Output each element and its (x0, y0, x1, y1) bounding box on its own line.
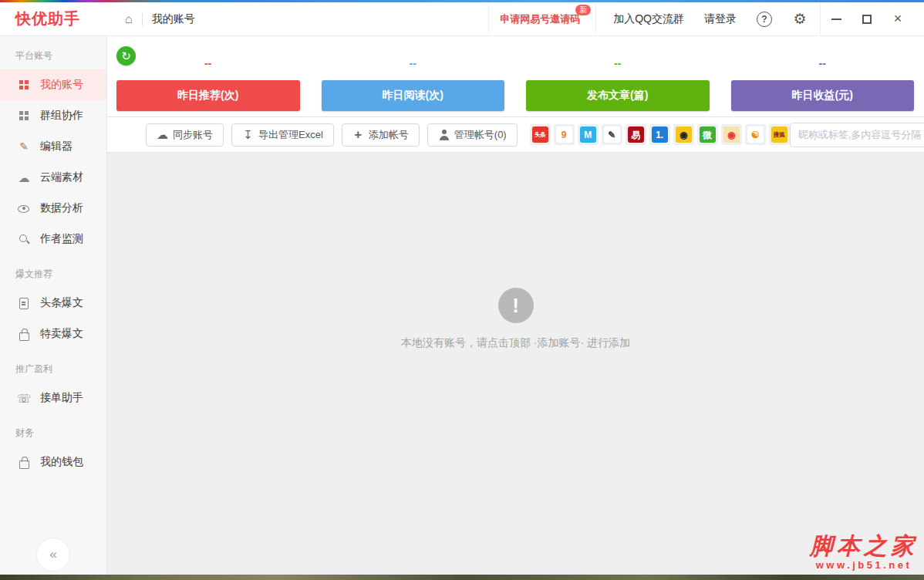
gear-icon[interactable]: ⚙ (792, 12, 808, 27)
stat-button-published[interactable]: 发布文章(篇) (526, 80, 710, 111)
document-icon (18, 297, 30, 309)
button-label: 同步账号 (173, 128, 213, 142)
sohu-icon: 搜狐 (771, 126, 787, 143)
phone-icon (18, 392, 30, 404)
wechat-icon: 微 (700, 126, 716, 143)
sidebar-section-platform-accounts: 平台账号 (0, 36, 106, 69)
sidebar-section-promotion: 推广盈利 (0, 349, 106, 383)
platform-netease[interactable]: 易 (626, 124, 646, 145)
platform-filter-strip: 头条 9 M ✎ 易 1. ◉ 微 ◉ ☯ 搜狐 (530, 124, 790, 145)
search-input[interactable] (798, 129, 924, 140)
sidebar-collapse-button[interactable]: « (36, 538, 70, 572)
sidebar-item-label: 编辑器 (40, 140, 73, 153)
platform-editor[interactable]: ✎ (602, 124, 622, 145)
main-content: ↻ -- 昨日推荐(次) -- 昨日阅读(次) -- 发布文章(篇) (107, 36, 924, 575)
manage-accounts-button[interactable]: 管理帐号(0) (427, 123, 518, 147)
platform-toutiao[interactable]: 头条 (530, 124, 551, 145)
empty-state: 本地没有账号，请点击顶部 ·添加账号· 进行添加 (107, 153, 924, 575)
sync-accounts-button[interactable]: 同步账号 (146, 123, 224, 147)
download-icon (242, 129, 254, 140)
button-label: 导出管理Excel (258, 128, 323, 142)
sidebar-item-my-wallet[interactable]: 我的钱包 (0, 447, 106, 477)
cloud-icon (157, 129, 168, 140)
minimize-button[interactable] (821, 2, 851, 36)
user-icon (438, 129, 450, 140)
sidebar-item-group-collaboration[interactable]: 群组协作 (0, 100, 106, 131)
platform-camera[interactable]: ◉ (673, 124, 694, 145)
sidebar-item-editor[interactable]: 编辑器 (0, 131, 106, 162)
join-qq-group-link[interactable]: 加入QQ交流群 (613, 12, 684, 26)
new-badge: 新 (575, 5, 591, 15)
sidebar-item-sale-hot[interactable]: 特卖爆文 (0, 319, 106, 349)
grid-icon (18, 110, 30, 122)
sidebar-item-label: 数据分析 (40, 201, 83, 215)
stat-button-earnings[interactable]: 昨日收益(元) (731, 80, 915, 111)
stat-card-reads: -- 昨日阅读(次) (322, 36, 505, 116)
platform-yidian[interactable]: 1. (649, 124, 670, 145)
platform-dayu[interactable]: 9 (554, 124, 575, 145)
weibo-icon: ◉ (723, 126, 740, 143)
header-divider (488, 2, 489, 36)
login-link[interactable]: 请登录 (704, 12, 737, 26)
sidebar-section-hot-articles: 爆文推荐 (0, 255, 106, 288)
toutiao-icon: 头条 (532, 126, 548, 143)
breadcrumb-label: 我的账号 (152, 12, 195, 26)
sidebar-item-data-analysis[interactable]: 数据分析 (0, 193, 106, 224)
sidebar-item-label: 头条爆文 (40, 296, 83, 310)
grid-icon (18, 79, 30, 91)
app-window: 快优助手 ⌂ 我的账号 申请网易号邀请码 新 加入QQ交流群 请登录 ? ⚙ × (0, 0, 924, 580)
platform-wechat[interactable]: 微 (697, 124, 718, 145)
phoenix-icon: ☯ (747, 126, 764, 143)
sidebar-item-author-monitor[interactable]: 作者监测 (0, 224, 106, 255)
platform-phoenix[interactable]: ☯ (745, 124, 766, 145)
sidebar-item-toutiao-hot[interactable]: 头条爆文 (0, 288, 106, 319)
export-excel-button[interactable]: 导出管理Excel (231, 123, 334, 147)
stat-button-recommend[interactable]: 昨日推荐(次) (116, 80, 300, 111)
stat-value: -- (116, 57, 300, 72)
stats-panel: ↻ -- 昨日推荐(次) -- 昨日阅读(次) -- 发布文章(篇) (107, 36, 924, 117)
title-bar: 快优助手 ⌂ 我的账号 申请网易号邀请码 新 加入QQ交流群 请登录 ? ⚙ × (0, 2, 924, 36)
maximize-button[interactable] (851, 2, 882, 36)
header-divider (595, 2, 596, 36)
sidebar-item-label: 接单助手 (40, 391, 83, 405)
app-logo: 快优助手 (15, 8, 106, 29)
sidebar-item-label: 我的账号 (40, 78, 83, 92)
button-label: 管理帐号(0) (454, 128, 507, 142)
button-label: 添加帐号 (369, 128, 409, 142)
stat-card-published: -- 发布文章(篇) (526, 36, 710, 116)
sidebar-item-label: 我的钱包 (40, 455, 83, 469)
stat-value: -- (731, 57, 915, 72)
sidebar-item-cloud-materials[interactable]: 云端素材 (0, 162, 106, 193)
yidian-icon: 1. (652, 126, 668, 143)
stat-value: -- (526, 57, 710, 72)
stat-card-earnings: -- 昨日收益(元) (731, 36, 915, 116)
search-box (790, 123, 924, 147)
edit-icon (18, 140, 30, 153)
sidebar: 平台账号 我的账号 群组协作 编辑器 云端素材 (0, 36, 107, 575)
add-account-button[interactable]: 添加帐号 (342, 123, 420, 147)
home-icon[interactable]: ⌂ (125, 12, 133, 26)
netease-invite-link[interactable]: 申请网易号邀请码 新 (500, 12, 580, 26)
wallet-icon (18, 456, 30, 468)
breadcrumb: ⌂ 我的账号 (125, 12, 195, 26)
camera-platform-icon: ◉ (676, 126, 692, 143)
refresh-icon[interactable]: ↻ (116, 46, 136, 66)
help-icon[interactable]: ? (757, 12, 772, 27)
sidebar-section-finance: 财务 (0, 413, 106, 447)
main-window: 快优助手 ⌂ 我的账号 申请网易号邀请码 新 加入QQ交流群 请登录 ? ⚙ × (0, 2, 924, 575)
search-icon (18, 233, 30, 245)
account-toolbar: 同步账号 导出管理Excel 添加帐号 管理帐号(0) (107, 117, 924, 153)
sidebar-item-my-accounts[interactable]: 我的账号 (0, 69, 106, 100)
bag-icon (18, 328, 30, 340)
plus-icon (352, 129, 364, 140)
close-button[interactable]: × (882, 2, 913, 36)
alert-icon (498, 288, 534, 323)
breadcrumb-divider (142, 13, 143, 25)
m-platform-icon: M (580, 126, 596, 143)
platform-m-blue[interactable]: M (578, 124, 599, 145)
sidebar-item-order-assistant[interactable]: 接单助手 (0, 383, 106, 413)
platform-weibo[interactable]: ◉ (721, 124, 742, 145)
stat-button-reads[interactable]: 昨日阅读(次) (322, 80, 505, 111)
platform-sohu[interactable]: 搜狐 (769, 124, 790, 145)
sidebar-item-label: 特卖爆文 (40, 327, 83, 341)
